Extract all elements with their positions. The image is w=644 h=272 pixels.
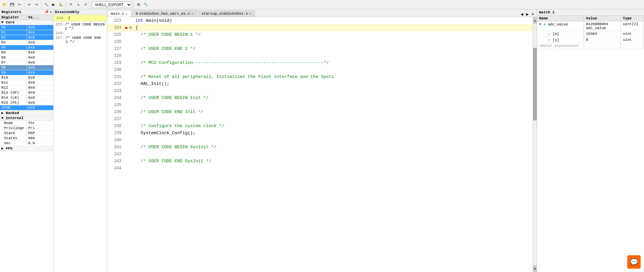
reg-row-r7[interactable]: R70x0 xyxy=(0,60,53,65)
dis-linenum-224: 224: xyxy=(56,16,68,20)
reg-section-internal[interactable]: ▼ Internal xyxy=(0,116,53,121)
code-vscrollbar[interactable]: ▲ ▼ xyxy=(533,17,537,272)
reg-header: Register Va... xyxy=(0,15,53,20)
line-num-231: 231 xyxy=(107,75,124,79)
bracket-btn-224[interactable]: ⊟ xyxy=(129,25,134,30)
toolbar-btn-step-over[interactable]: ↷ xyxy=(67,1,74,8)
tab-main-c-label: main.c xyxy=(111,12,124,16)
reg-row-r14[interactable]: R14 (LR)0x0 xyxy=(0,95,53,100)
tab-hal-uart-close[interactable]: ✕ xyxy=(191,12,193,16)
reg-row-r8[interactable]: R80x0 xyxy=(0,65,53,70)
watch-enter-expr-cell[interactable]: <Enter expression> xyxy=(537,43,584,49)
watch-adc1-name-text: [1] xyxy=(553,38,559,42)
code-line-229: 229 /* MCU Configuration----------------… xyxy=(107,59,533,66)
separator-1 xyxy=(24,2,24,8)
scroll-down-btn[interactable]: ▼ xyxy=(533,265,537,272)
watch-col-adc0-type: uint xyxy=(621,31,644,37)
code-scroll-container[interactable]: 223 int main(void) 224 ▶ ⊟ { 225 xyxy=(107,17,533,272)
toolbar-btn-3[interactable]: ✂ xyxy=(16,1,23,8)
reg-row-r0[interactable]: R00x0 xyxy=(0,25,53,30)
reg-row-xpsr[interactable]: xPSR0x0 xyxy=(0,105,53,110)
watch-check-1-icon: ✓ xyxy=(548,38,551,42)
watch-col-adc0-name: ✓ [0] xyxy=(537,31,584,37)
reg-row-stack[interactable]: StackMSP xyxy=(0,131,53,136)
tab-startup-close[interactable]: ✕ xyxy=(249,12,251,16)
tab-scroll-left[interactable]: ◀ xyxy=(519,11,525,17)
dis-linenum-226: 226: xyxy=(56,31,67,35)
tab-close-all[interactable]: ✕ xyxy=(530,11,535,17)
registers-dock-icon[interactable]: 📌 xyxy=(45,10,49,14)
reg-section-banked[interactable]: ▶ Banked xyxy=(0,110,53,116)
dis-row-226: 226: xyxy=(54,31,106,35)
reg-row-r13[interactable]: R13 (SP)0x0 xyxy=(0,90,53,95)
reg-row-privilege[interactable]: PrivilegePri xyxy=(0,126,53,131)
tab-hal-uart[interactable]: ⚙ stm32u5xx_hal_uart_ex.c ✕ xyxy=(132,10,197,17)
code-line-233: 233 xyxy=(107,87,533,94)
watch-panel-header: Watch 1 xyxy=(537,9,644,16)
reg-section-fpu[interactable]: ▶ FPU xyxy=(0,146,53,151)
watch-row-adc-1[interactable]: ✓ [1] 0 uint xyxy=(537,37,644,43)
reg-row-r6[interactable]: R60x0 xyxy=(0,55,53,60)
shell-export-dropdown[interactable]: SHELL_EXPORT_CMD xyxy=(92,1,132,8)
reg-row-states[interactable]: States690 xyxy=(0,136,53,141)
watch-expand-adc-icon[interactable]: ▼ xyxy=(539,22,541,26)
watch-row-enter-expr[interactable]: <Enter expression> xyxy=(537,43,644,49)
reg-section-core[interactable]: ▼ Core xyxy=(0,20,53,25)
registers-close-icon[interactable]: ✕ xyxy=(50,10,52,14)
watch-check-0-icon: ✓ xyxy=(548,32,551,36)
chat-icon[interactable]: 💬 xyxy=(627,255,641,269)
scroll-thumb[interactable] xyxy=(533,48,537,120)
reg-row-r10[interactable]: R100x0 xyxy=(0,75,53,80)
reg-row-r3[interactable]: R30x0 xyxy=(0,40,53,45)
code-line-242: 242 xyxy=(107,151,533,158)
reg-row-sec[interactable]: Sec0.0 xyxy=(0,141,53,146)
disassembly-header: Disassembly xyxy=(54,9,107,15)
toolbar-btn-run[interactable]: ▶ xyxy=(50,1,57,8)
reg-row-r11[interactable]: R110x0 xyxy=(0,80,53,85)
watch-row-adc-0[interactable]: ✓ [0] 16383 uint xyxy=(537,31,644,37)
toolbar-btn-undo[interactable]: ↩ xyxy=(26,1,33,8)
line-num-232: 232 xyxy=(107,82,124,86)
line-text-239: SystemClock_Config(); xyxy=(134,130,533,135)
reg-row-r15[interactable]: R15 (PC)0x0 xyxy=(0,100,53,105)
toolbar-btn-2[interactable]: 💾 xyxy=(9,1,15,8)
code-editor-area: main.c ✕ ⚙ stm32u5xx_hal_uart_ex.c ✕ sta… xyxy=(107,9,537,272)
toolbar-btn-extra2[interactable]: 🔧 xyxy=(142,1,149,8)
toolbar-btn-debug[interactable]: 🐛 xyxy=(58,1,64,8)
toolbar-btn-step-out[interactable]: ↗ xyxy=(82,1,89,8)
line-text-238: /* Configure the system clock */ xyxy=(134,123,533,128)
code-line-227: 227 /* USER CODE END 1 */ xyxy=(107,45,533,52)
line-num-228: 228 xyxy=(107,54,124,58)
tab-hal-uart-icon: ⚙ xyxy=(136,11,138,16)
code-line-243: 243 /* USER CODE END SysInit */ xyxy=(107,158,533,165)
reg-row-r4[interactable]: R40x0 xyxy=(0,45,53,50)
registers-table: Register Va... ▼ Core R00x0 R10x0 R20x0 … xyxy=(0,15,53,272)
toolbar-btn-build[interactable]: 🔨 xyxy=(43,1,50,8)
dis-row-224: 224: { xyxy=(55,16,106,20)
reg-row-r9[interactable]: R90x0 xyxy=(0,70,53,75)
reg-row-mode[interactable]: ModeThr xyxy=(0,121,53,126)
line-text-241: /* USER CODE BEGIN SysInit */ xyxy=(134,145,533,150)
reg-row-r5[interactable]: R50x0 xyxy=(0,50,53,55)
line-text-243: /* USER CODE END SysInit */ xyxy=(134,159,533,164)
reg-row-r12[interactable]: R120x0 xyxy=(0,85,53,90)
watch-enter-expr-type xyxy=(621,43,644,49)
scroll-up-btn[interactable]: ▲ xyxy=(533,17,537,24)
tab-startup[interactable]: startup_stm32u545xx.s ✕ xyxy=(198,10,255,17)
reg-row-r1[interactable]: R10x0 xyxy=(0,30,53,35)
toolbar-btn-extra1[interactable]: ⚙ xyxy=(135,1,142,8)
line-text-236: /* USER CODE END Init */ xyxy=(134,109,533,114)
tab-main-c[interactable]: main.c ✕ xyxy=(107,10,131,17)
toolbar-btn-redo[interactable]: ↪ xyxy=(33,1,40,8)
tab-main-c-close[interactable]: ✕ xyxy=(126,12,128,16)
toolbar-btn-step-into[interactable]: ↘ xyxy=(75,1,81,8)
tab-scroll-right[interactable]: ▶ xyxy=(525,11,530,17)
disassembly-content: 225: /* USER CODE BEGIN 1 */ 226: 227: /… xyxy=(54,21,107,272)
reg-row-r2[interactable]: R20x0 xyxy=(0,35,53,40)
code-line-230: 230 xyxy=(107,66,533,73)
watch-col-adc-type: uint[2] xyxy=(621,21,644,31)
dis-code-225: /* USER CODE BEGIN 1 */ xyxy=(65,22,105,30)
watch-row-adc-value[interactable]: ▼ ⊕ adc_value 0x20000084 adc_value uint[… xyxy=(537,21,644,31)
scroll-track[interactable] xyxy=(533,24,537,265)
toolbar-btn-1[interactable]: 📂 xyxy=(1,1,8,8)
